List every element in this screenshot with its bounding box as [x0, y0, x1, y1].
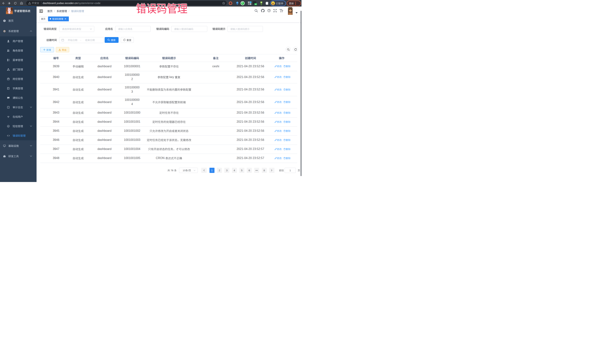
svg-text:on: on	[255, 3, 257, 5]
